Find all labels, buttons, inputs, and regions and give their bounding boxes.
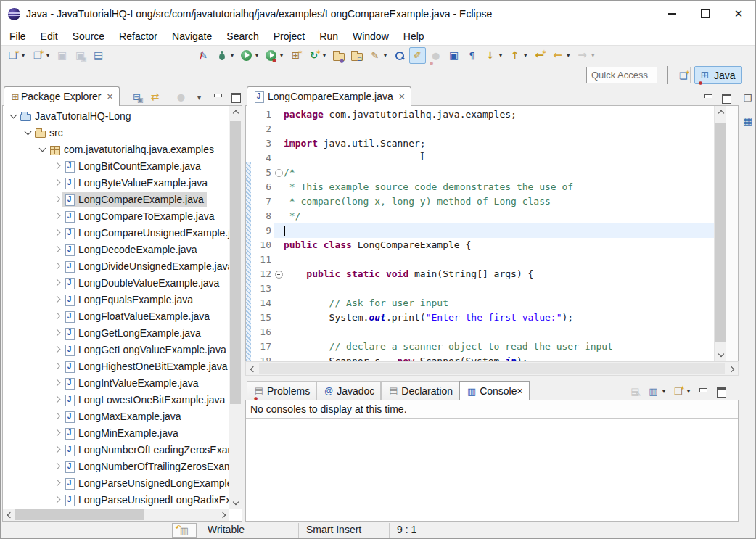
search-button[interactable] [391, 47, 408, 64]
tree-item-target[interactable]: LongCompareUnsignedExample.java [62, 226, 229, 240]
fold-marker-icon[interactable] [274, 267, 284, 281]
new-menu-button[interactable]: ▾ [29, 47, 52, 64]
tree-item[interactable]: LongHighestOneBitExample.java [3, 358, 229, 374]
tree-item-target[interactable]: LongDecodeExample.java [62, 242, 200, 257]
project-tree[interactable]: JavaTutorialHQ-Longsrccom.javatutorialhq… [3, 106, 229, 509]
collapsed-chevron-icon[interactable] [51, 313, 62, 318]
dropdown-arrow-icon[interactable]: ▾ [662, 388, 665, 395]
tree-item[interactable]: LongGetLongValueExample.java [3, 341, 229, 358]
collapsed-chevron-icon[interactable] [51, 363, 62, 369]
tree-item-target[interactable]: JavaTutorialHQ-Long [19, 109, 134, 123]
tab-editor-longcompareexample[interactable]: LongCompareExample.java × [247, 86, 411, 106]
code-line[interactable]: 16 [251, 325, 714, 340]
collapsed-chevron-icon[interactable] [51, 213, 62, 218]
dropdown-arrow-icon[interactable]: ▾ [46, 52, 49, 59]
minimize-window-button[interactable] [655, 1, 689, 27]
dropdown-arrow-icon[interactable]: ▾ [22, 52, 25, 59]
tree-item-target[interactable]: LongByteValueExample.java [62, 176, 210, 190]
coverage-button[interactable]: ▾ [263, 47, 286, 64]
editor-status-button[interactable] [172, 523, 197, 538]
tree-item[interactable]: LongCompareUnsignedExample.java [3, 224, 229, 241]
tree-item-target[interactable]: LongGetLongExample.java [62, 326, 204, 340]
scroll-up-arrow[interactable] [229, 106, 242, 118]
minimize-view-button[interactable] [694, 383, 711, 400]
tree-item-target[interactable]: LongCompareExample.java [62, 192, 207, 207]
tree-item[interactable]: LongGetLongExample.java [3, 324, 229, 341]
code-line[interactable]: 6 * This example source code demonstrate… [251, 180, 714, 194]
tree-item[interactable]: LongParseUnsignedLongRadixExample.java [3, 491, 229, 508]
collapsed-chevron-icon[interactable] [51, 413, 62, 419]
dropdown-arrow-icon[interactable]: ▾ [687, 388, 690, 395]
scroll-left-arrow[interactable] [246, 363, 258, 375]
tree-item-target[interactable]: LongGetLongValueExample.java [62, 342, 229, 357]
scroll-right-arrow[interactable] [217, 509, 229, 521]
quick-access-input[interactable] [586, 67, 657, 83]
code-area[interactable]: 1package com.javatutorialhq.java.example… [251, 106, 714, 361]
open-console-button[interactable]: ▾ [670, 383, 693, 400]
editor-vertical-scrollbar[interactable] [714, 106, 726, 361]
menu-run[interactable]: Run [312, 29, 345, 44]
dropdown-arrow-icon[interactable]: ▾ [384, 52, 387, 59]
show-whitespace-button[interactable] [464, 47, 480, 64]
code-line[interactable]: 17 // declare a scanner object to read t… [251, 340, 714, 354]
skip-all-breakpoints-button[interactable] [195, 47, 212, 64]
fold-marker-icon[interactable] [274, 165, 284, 180]
maximize-view-button[interactable] [712, 383, 729, 400]
tree-item[interactable]: LongEqualsExample.java [3, 291, 229, 308]
tree-item-target[interactable]: LongMaxExample.java [62, 409, 184, 424]
tree-item-target[interactable]: LongEqualsExample.java [62, 292, 196, 307]
outline-view-button[interactable] [739, 112, 756, 129]
tree-item-target[interactable]: LongLowestOneBitExample.java [62, 392, 228, 407]
tree-item[interactable]: com.javatutorialhq.java.examples [3, 141, 229, 157]
code-line[interactable]: 2 [251, 122, 714, 136]
tree-item-target[interactable]: LongHighestOneBitExample.java [62, 359, 229, 374]
collapsed-chevron-icon[interactable] [51, 447, 62, 452]
tab-problems[interactable]: Problems [247, 381, 316, 400]
code-line[interactable]: 9 [251, 223, 714, 238]
dropdown-arrow-icon[interactable]: ▾ [499, 52, 502, 59]
code-line[interactable]: 11 [251, 252, 714, 267]
code-line[interactable]: 1package com.javatutorialhq.java.example… [251, 107, 714, 122]
code-line[interactable]: 8 */ [251, 209, 714, 223]
collapsed-chevron-icon[interactable] [51, 280, 62, 285]
tree-item-target[interactable]: LongBitCountExample.java [62, 159, 204, 173]
view-menu-button[interactable] [191, 89, 208, 105]
scroll-down-arrow[interactable] [715, 348, 727, 361]
code-line[interactable]: 10public class LongCompareExample { [251, 238, 714, 252]
dropdown-arrow-icon[interactable]: ▾ [231, 52, 234, 59]
print-button[interactable] [90, 47, 107, 64]
tree-item-target[interactable]: LongFloatValueExample.java [62, 309, 213, 324]
tree-item[interactable]: LongNumberOfLeadingZerosExample.java [3, 441, 229, 458]
scrollbar-thumb[interactable] [715, 123, 726, 342]
dropdown-arrow-icon[interactable]: ▾ [280, 52, 283, 59]
tree-item[interactable]: LongDoubleValueExample.java [3, 274, 229, 291]
last-edit-location-button[interactable] [531, 47, 548, 64]
minimize-view-button[interactable] [699, 89, 716, 106]
dropdown-arrow-icon[interactable]: ▾ [323, 52, 326, 59]
collapsed-chevron-icon[interactable] [51, 163, 62, 168]
code-line[interactable]: 13 [251, 281, 714, 296]
collapsed-chevron-icon[interactable] [51, 397, 62, 402]
code-line[interactable]: 12 public static void main(String[] args… [251, 267, 714, 281]
tree-item-target[interactable]: LongCompareToExample.java [62, 209, 218, 223]
tree-item-target[interactable]: LongParseUnsignedLongRadixExample.java [62, 493, 229, 507]
maximize-view-button[interactable] [227, 89, 244, 105]
expanded-chevron-icon[interactable] [22, 131, 33, 134]
show-selected-element-button[interactable] [445, 47, 462, 64]
code-line[interactable]: 5/* [251, 165, 714, 180]
external-tools-button[interactable]: ▾ [305, 47, 329, 64]
dropdown-arrow-icon[interactable]: ▾ [255, 52, 258, 59]
code-line[interactable]: 3import java.util.Scanner; [251, 136, 714, 151]
tree-item-target[interactable]: src [33, 126, 66, 140]
collapsed-chevron-icon[interactable] [51, 497, 62, 502]
collapsed-chevron-icon[interactable] [51, 330, 62, 335]
open-perspective-button[interactable] [675, 67, 691, 84]
close-tab-icon[interactable]: × [517, 385, 523, 397]
open-task-button[interactable] [330, 47, 347, 64]
tree-item[interactable]: LongDivideUnsignedExample.java [3, 258, 229, 274]
toolbar-drag-handle[interactable] [667, 66, 668, 84]
collapsed-chevron-icon[interactable] [51, 430, 62, 435]
dropdown-arrow-icon[interactable]: ▾ [524, 52, 527, 59]
scroll-right-arrow[interactable] [726, 363, 738, 375]
editor-horizontal-scrollbar[interactable] [245, 361, 739, 376]
